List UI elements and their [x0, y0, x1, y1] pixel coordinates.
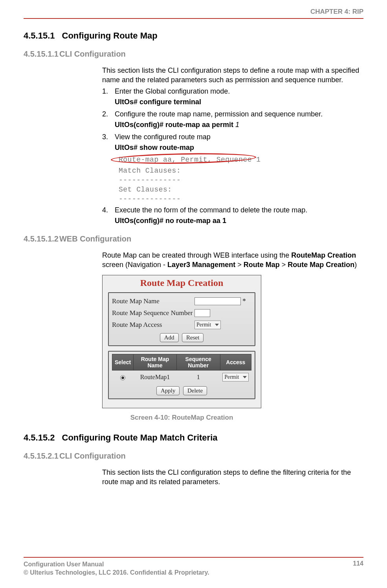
step-4: 4. Execute the no form of the command to… — [102, 206, 359, 227]
heading-num: 4.5.15.1.2 — [24, 234, 59, 243]
cli-command: UltOs(config)# no route-map aa 1 — [115, 217, 359, 225]
text-span: screen (Navigation - — [102, 261, 167, 269]
intro-para: This section lists the CLI configuration… — [102, 468, 359, 487]
page-footer: Configuration User Manual © Ulterius Tec… — [24, 557, 363, 577]
th-seq: Sequence Number — [176, 354, 220, 370]
screenshot-title: Route Map Creation — [103, 275, 261, 290]
chevron-down-icon — [243, 376, 247, 378]
input-route-map-name[interactable] — [194, 297, 241, 305]
th-access: Access — [220, 354, 251, 370]
heading-num: 4.5.15.2.1 — [24, 452, 59, 460]
cli-output-line: Set Clauses: — [119, 186, 359, 194]
chevron-down-icon — [215, 324, 219, 326]
required-asterisk: * — [242, 297, 246, 306]
th-select: Select — [112, 354, 134, 370]
cli-output-line: -------------- — [119, 195, 359, 203]
heading-4-5-15-2: 4.5.15.2Configuring Route Map Match Crit… — [24, 433, 363, 443]
add-button[interactable]: Add — [160, 333, 179, 342]
cli-output-line: Match Clauses: — [119, 167, 359, 175]
delete-button[interactable]: Delete — [183, 386, 207, 395]
radio-dot-icon — [121, 376, 124, 379]
heading-num: 4.5.15.1.1 — [24, 50, 59, 58]
select-value: Permit — [224, 374, 239, 380]
cmd-argument: 1 — [235, 121, 239, 129]
step-number: 2. — [102, 110, 115, 131]
web-config-para: Route Map can be created through WEB int… — [102, 251, 359, 270]
cmd-text: UltOs(config)# route-map aa permit — [115, 121, 235, 129]
routemap-table: Select Route Map Name Sequence Number Ac… — [112, 354, 251, 384]
step-text: View the configured route map — [115, 133, 359, 141]
form-panel: Route Map Name * Route Map Sequence Numb… — [108, 292, 255, 346]
step-number: 1. — [102, 87, 115, 109]
select-row-access[interactable]: Permit — [222, 373, 249, 382]
heading-num: 4.5.15.2 — [24, 433, 55, 442]
table-panel: Select Route Map Name Sequence Number Ac… — [108, 351, 255, 399]
step-text: Enter the Global configuration mode. — [115, 87, 359, 96]
step-text: Execute the no form of the command to de… — [115, 206, 359, 214]
label-sequence-number: Route Map Sequence Number — [112, 309, 194, 317]
bold-span: RouteMap Creation — [291, 251, 356, 259]
step-2: 2. Configure the route map name, permiss… — [102, 110, 359, 131]
bold-span: Layer3 Management — [167, 261, 235, 269]
row-radio-select[interactable] — [120, 375, 125, 380]
heading-title: WEB Configuration — [59, 234, 131, 243]
text-span: > — [235, 261, 244, 269]
heading-title: CLI Configuration — [59, 50, 126, 58]
step-3: 3. View the configured route map UltOs# … — [102, 133, 359, 205]
footer-page-number: 114 — [353, 560, 363, 577]
cli-command: UltOs# show route-map — [115, 144, 359, 152]
select-value: Permit — [196, 322, 211, 328]
step-number: 4. — [102, 206, 115, 227]
cli-command: UltOs# configure terminal — [115, 98, 359, 106]
bold-span: Route Map — [244, 261, 280, 269]
heading-4-5-15-2-1: 4.5.15.2.1CLI Configuration — [24, 452, 363, 461]
label-route-map-access: Route Map Access — [112, 321, 194, 329]
heading-title: Configuring Route Map Match Criteria — [62, 433, 218, 442]
routemap-creation-screenshot: Route Map Creation Route Map Name * Rout… — [102, 275, 261, 408]
cell-seq: 1 — [176, 370, 220, 384]
heading-title: Configuring Route Map — [62, 31, 158, 41]
step-1: 1. Enter the Global configuration mode. … — [102, 87, 359, 109]
heading-4-5-15-1: 4.5.15.1Configuring Route Map — [24, 31, 363, 41]
step-number: 3. — [102, 133, 115, 205]
screenshot-caption: Screen 4-10: RouteMap Creation — [102, 414, 261, 422]
footer-manual-title: Configuration User Manual — [24, 560, 209, 569]
cli-output-line: Route-map aa, Permit, Sequence 1 — [119, 156, 261, 164]
heading-title: CLI Configuration — [59, 452, 126, 460]
input-sequence-number[interactable] — [194, 309, 210, 317]
footer-copyright: © Ulterius Technologies, LLC 2016. Confi… — [24, 568, 209, 577]
intro-para: This section lists the CLI configuration… — [102, 66, 359, 85]
th-name: Route Map Name — [134, 354, 176, 370]
cell-name: RouteMap1 — [134, 370, 176, 384]
table-header-row: Select Route Map Name Sequence Number Ac… — [112, 354, 251, 370]
text-span: ) — [354, 261, 357, 269]
label-route-map-name: Route Map Name — [112, 297, 194, 305]
table-row: RouteMap1 1 Permit — [112, 370, 251, 384]
heading-4-5-15-1-2: 4.5.15.1.2WEB Configuration — [24, 234, 363, 243]
reset-button[interactable]: Reset — [182, 333, 204, 342]
step-text: Configure the route map name, permission… — [115, 110, 359, 118]
heading-4-5-15-1-1: 4.5.15.1.1CLI Configuration — [24, 50, 363, 59]
select-route-map-access[interactable]: Permit — [194, 321, 221, 329]
cli-output-line: -------------- — [119, 176, 359, 184]
apply-button[interactable]: Apply — [156, 386, 180, 395]
text-span: Route Map can be created through WEB int… — [102, 251, 291, 259]
heading-num: 4.5.15.1 — [24, 31, 55, 41]
bold-span: Route Map Creation — [288, 261, 354, 269]
text-span: > — [280, 261, 288, 269]
chapter-header: CHAPTER 4: RIP — [24, 8, 363, 19]
cli-command: UltOs(config)# route-map aa permit 1 — [115, 121, 359, 129]
